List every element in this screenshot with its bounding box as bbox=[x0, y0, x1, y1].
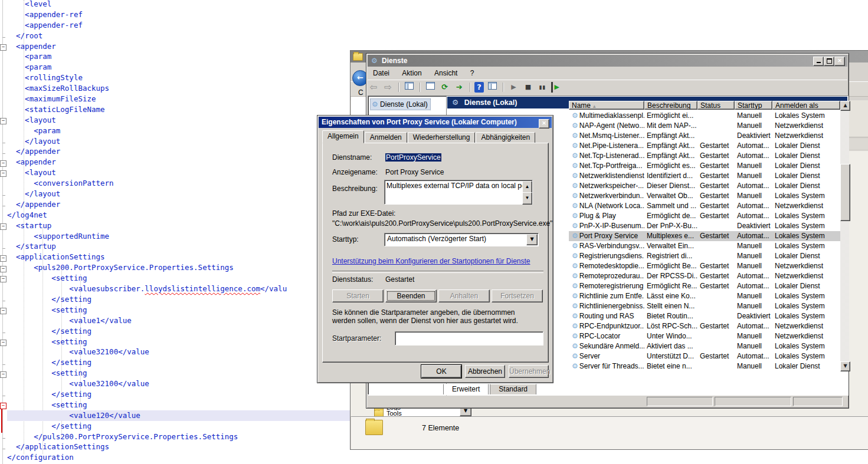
ok-button[interactable]: OK bbox=[421, 365, 461, 378]
table-row[interactable]: ⚙Richtlinienergebniss...Stellt einen N..… bbox=[569, 301, 840, 311]
table-scrollbar[interactable]: ▲ ▼ bbox=[840, 101, 849, 371]
scroll-down-icon[interactable]: ▼ bbox=[522, 192, 532, 205]
beschreibung-field[interactable]: Multiplexes external TCP/IP data on loca… bbox=[384, 180, 533, 205]
table-row[interactable]: ⚙NAP-Agent (Netwo...Mit dem NAP-...Manue… bbox=[569, 121, 840, 131]
table-row[interactable]: ⚙RemoteregistrierungErmöglicht Re...Gest… bbox=[569, 281, 840, 291]
table-row[interactable]: ⚙Net.Msmq-Listener...Empfängt Akt...Deak… bbox=[569, 131, 840, 141]
cell: Manuell bbox=[735, 111, 772, 121]
code-folding-gutter[interactable]: −−−−−−−−−−−− bbox=[0, 0, 7, 464]
minimize-button[interactable] bbox=[813, 57, 824, 66]
forward-icon[interactable]: ⇨ bbox=[382, 82, 394, 93]
tab-anmelden[interactable]: Anmelden bbox=[365, 132, 407, 143]
table-row[interactable]: ⚙Registrierungsdiens...Registriert di...… bbox=[569, 251, 840, 261]
tab-standard[interactable]: Standard bbox=[490, 384, 536, 395]
tab-wiederherstellung[interactable]: Wiederherstellung bbox=[408, 132, 476, 143]
table-row[interactable]: ⚙ServerUnterstützt D...GestartetAutomat.… bbox=[569, 351, 840, 361]
fold-collapse-icon[interactable]: − bbox=[0, 266, 6, 272]
scroll-down-icon[interactable]: ▼ bbox=[840, 361, 850, 371]
close-icon[interactable]: ✕ bbox=[539, 119, 549, 129]
beenden-button[interactable]: Beenden bbox=[385, 289, 437, 302]
abbrechen-button[interactable]: Abbrechen bbox=[465, 365, 505, 378]
scroll-up-icon[interactable]: ▲ bbox=[522, 181, 532, 193]
fold-collapse-icon[interactable]: − bbox=[0, 255, 6, 262]
column-header-status[interactable]: Status bbox=[697, 101, 735, 110]
tab-abhaengigkeiten[interactable]: Abhängigkeiten bbox=[476, 132, 535, 143]
menu-ansicht[interactable]: Ansicht bbox=[429, 69, 463, 77]
startoptionen-link[interactable]: Unterstützung beim Konfigurieren der Sta… bbox=[332, 257, 530, 265]
menu-aktion[interactable]: Aktion bbox=[397, 69, 427, 77]
column-header-beschreibung[interactable]: Beschreibung bbox=[644, 101, 697, 110]
maximize-button[interactable] bbox=[824, 57, 834, 66]
table-row[interactable]: ⚙Netzwerkspeicher-...Dieser Dienst...Ges… bbox=[569, 181, 840, 191]
column-header-starttyp[interactable]: Starttyp bbox=[735, 101, 772, 110]
export-list-icon[interactable]: ➔ bbox=[453, 82, 465, 93]
table-row[interactable]: ⚙Remotedesktopdie...Ermöglicht Be...Gest… bbox=[569, 261, 840, 271]
fold-collapse-icon[interactable]: − bbox=[0, 223, 6, 230]
toolbar[interactable]: ⇦ ⇨ ⟳ ➔ ? ▶ ■ ▮▮ ▶ bbox=[368, 80, 847, 96]
fold-collapse-icon[interactable]: − bbox=[0, 276, 6, 282]
starten-button[interactable]: Starten bbox=[332, 289, 384, 302]
beschreibung-scrollbar[interactable]: ▲ ▼ bbox=[522, 181, 532, 203]
column-header-anmelden-als[interactable]: Anmelden als bbox=[772, 101, 840, 110]
table-row[interactable]: ⚙Net.Tcp-Listenerad...Empfängt Akt...Ges… bbox=[569, 151, 840, 161]
tab-allgemein[interactable]: Allgemein bbox=[322, 130, 364, 143]
pause-service-icon[interactable]: ▮▮ bbox=[536, 82, 548, 93]
fold-collapse-icon[interactable]: − bbox=[0, 44, 6, 51]
chevron-down-icon[interactable]: ▼ bbox=[526, 234, 538, 245]
fold-collapse-icon[interactable]: − bbox=[0, 170, 6, 177]
anhalten-button[interactable]: Anhalten bbox=[438, 289, 490, 302]
table-row[interactable]: ⚙Net.Tcp-Portfreiga...Ermöglicht es...Ge… bbox=[569, 161, 840, 171]
table-row[interactable]: ⚙RPC-LocatorUnter Windo...ManuellNetzwer… bbox=[569, 331, 840, 341]
table-row[interactable]: ⚙Remoteprozedurau...Der RPCSS-Di...Gesta… bbox=[569, 271, 840, 281]
scrollbar-thumb[interactable] bbox=[840, 164, 850, 221]
back-icon[interactable]: ⇦ bbox=[368, 82, 379, 93]
tab-erweitert[interactable]: Erweitert bbox=[443, 384, 489, 395]
fold-collapse-icon[interactable]: − bbox=[0, 308, 6, 314]
table-row[interactable]: ⚙Multimediaklassenpl...Ermöglicht ei...M… bbox=[569, 111, 840, 121]
view-tabs[interactable]: Erweitert Standard bbox=[443, 384, 538, 395]
fold-collapse-icon[interactable]: − bbox=[0, 118, 6, 124]
services-table[interactable]: Name ▲BeschreibungStatusStarttypAnmelden… bbox=[569, 101, 840, 371]
dialog-tabs[interactable]: Allgemein Anmelden Wiederherstellung Abh… bbox=[322, 131, 536, 143]
table-row[interactable]: ⚙RAS-Verbindungsv...Verwaltet Ein...Manu… bbox=[569, 241, 840, 251]
column-header-name[interactable]: Name ▲ bbox=[569, 101, 644, 110]
properties-dialog[interactable]: Eigenschaften von Port Proxy Service (Lo… bbox=[317, 115, 553, 383]
menu-help[interactable]: ? bbox=[465, 69, 480, 77]
menu-datei[interactable]: Datei bbox=[368, 69, 395, 77]
table-row[interactable]: ⚙Routing und RASBietet Routin...Deaktivi… bbox=[569, 311, 840, 321]
startparameter-field[interactable] bbox=[395, 331, 543, 345]
uebernehmen-button[interactable]: Übernehmen bbox=[509, 365, 549, 378]
properties-icon[interactable] bbox=[424, 82, 436, 93]
starttyp-combobox[interactable]: Automatisch (Verzögerter Start) ▼ bbox=[384, 233, 539, 246]
table-row[interactable]: ⚙Sekundäre Anmeld...Aktiviert das ...Man… bbox=[569, 341, 840, 351]
help-icon[interactable]: ? bbox=[474, 82, 484, 93]
restart-service-icon[interactable]: ▶ bbox=[551, 82, 561, 93]
refresh-icon[interactable]: ⟳ bbox=[439, 82, 451, 93]
table-row[interactable]: ⚙NetzwerklistendienstIdentifiziert d...G… bbox=[569, 171, 840, 181]
stop-service-icon[interactable]: ■ bbox=[522, 82, 534, 93]
fold-collapse-icon[interactable]: − bbox=[0, 340, 6, 346]
table-row[interactable]: ⚙Net.Pipe-Listenera...Empfängt Akt...Ges… bbox=[569, 141, 840, 151]
close-button[interactable]: ✕ bbox=[834, 57, 845, 66]
tree-item-dienste-lokal[interactable]: ⚙ Dienste (Lokal) bbox=[370, 98, 431, 110]
console-tree-icon[interactable] bbox=[403, 82, 415, 93]
table-row[interactable]: ⚙Server für Threads...Bietet eine n...Ma… bbox=[569, 361, 840, 371]
menu-bar[interactable]: Datei Aktion Ansicht ? bbox=[368, 67, 847, 80]
fortsetzen-button[interactable]: Fortsetzen bbox=[492, 289, 543, 302]
table-row[interactable]: ⚙NLA (Network Loca...Sammelt und ...Gest… bbox=[569, 201, 840, 211]
dialog-titlebar[interactable]: Eigenschaften von Port Proxy Service (Lo… bbox=[319, 117, 552, 128]
extended-view-icon[interactable] bbox=[487, 82, 499, 93]
fold-collapse-icon[interactable]: − bbox=[0, 160, 6, 167]
fold-collapse-icon[interactable]: − bbox=[0, 371, 6, 378]
services-titlebar[interactable]: ⚙ Dienste ✕ bbox=[368, 55, 847, 67]
table-row[interactable]: ⚙Netzwerkverbindun...Verwaltet Ob...Gest… bbox=[569, 191, 840, 201]
scroll-up-icon[interactable]: ▲ bbox=[840, 101, 850, 111]
table-row[interactable]: ⚙PnP-X-IP-Busenum...Der PnP-X-Bu...Deakt… bbox=[569, 221, 840, 231]
start-service-icon[interactable]: ▶ bbox=[507, 82, 519, 93]
dienstname-value[interactable]: PortProxyService bbox=[385, 153, 441, 162]
table-row[interactable]: ⚙Plug & PlayErmöglicht de...GestartetAut… bbox=[569, 211, 840, 221]
table-row[interactable]: ⚙Richtlinie zum Entfe...Lässt eine Ko...… bbox=[569, 291, 840, 301]
table-row[interactable]: ⚙RPC-Endpunktzuor...Löst RPC-Sch...Gesta… bbox=[569, 321, 840, 331]
folder-row[interactable]: Tools bbox=[374, 410, 469, 416]
table-row-selected[interactable]: ⚙Port Proxy ServiceMultiplexes e...Gesta… bbox=[569, 231, 840, 241]
